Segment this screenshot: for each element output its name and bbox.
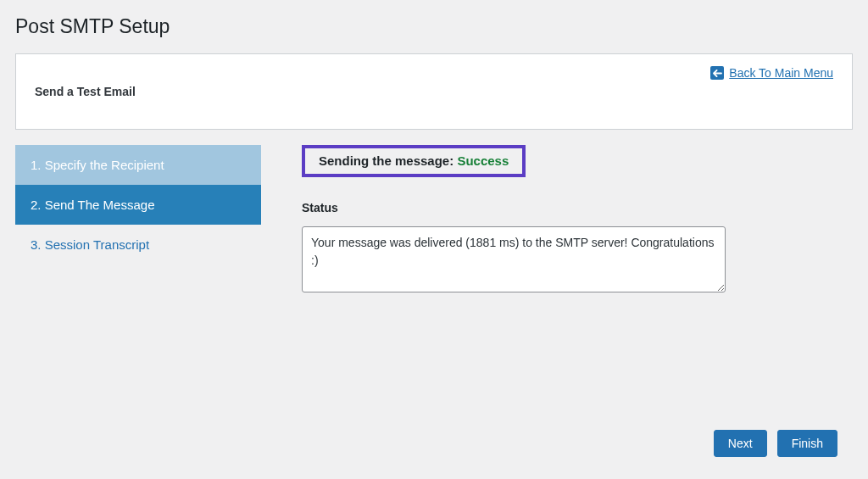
back-to-main-menu-link[interactable]: Back To Main Menu xyxy=(710,66,833,80)
page-container: Post SMTP Setup Send a Test Email Back T… xyxy=(0,0,868,296)
finish-button[interactable]: Finish xyxy=(777,430,837,457)
page-title: Post SMTP Setup xyxy=(15,15,853,38)
wizard-content: Sending the message: Success Status xyxy=(302,145,853,296)
step-session-transcript[interactable]: 3. Session Transcript xyxy=(15,225,261,265)
next-button[interactable]: Next xyxy=(714,430,767,457)
step-label: 1. Specify the Recipient xyxy=(31,158,164,172)
result-value: Success xyxy=(457,153,509,168)
wizard-panel: Send a Test Email Back To Main Menu xyxy=(15,53,853,130)
arrow-left-icon xyxy=(710,66,724,80)
step-send-message[interactable]: 2. Send The Message xyxy=(15,185,261,225)
step-label: 2. Send The Message xyxy=(31,198,154,212)
result-banner: Sending the message: Success xyxy=(302,145,526,177)
status-textarea[interactable] xyxy=(302,226,726,292)
status-heading: Status xyxy=(302,201,726,214)
footer-buttons: Next Finish xyxy=(714,430,837,457)
step-label: 3. Session Transcript xyxy=(31,237,149,252)
back-link-label: Back To Main Menu xyxy=(729,66,833,80)
step-specify-recipient[interactable]: 1. Specify the Recipient xyxy=(15,145,261,185)
panel-subtitle: Send a Test Email xyxy=(35,70,136,114)
result-label: Sending the message: xyxy=(319,153,457,168)
panel-header: Send a Test Email Back To Main Menu xyxy=(35,70,833,114)
wizard-steps: 1. Specify the Recipient 2. Send The Mes… xyxy=(15,145,261,296)
wizard-body: 1. Specify the Recipient 2. Send The Mes… xyxy=(15,145,853,296)
